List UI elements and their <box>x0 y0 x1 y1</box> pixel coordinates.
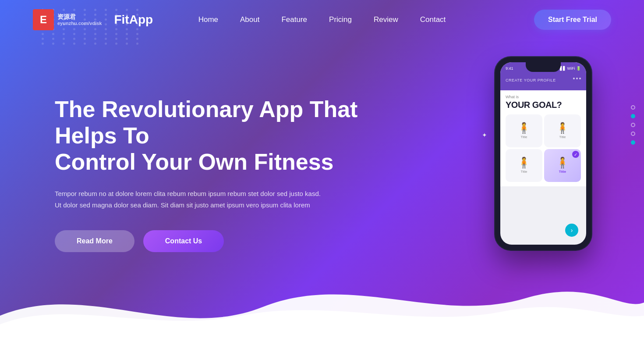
hero-description: Tempor rebum no at dolore lorem clita re… <box>55 188 326 210</box>
goal-check-icon: ✓ <box>572 151 579 158</box>
dot-pattern-dot <box>115 43 117 45</box>
dot-pattern-dot <box>105 43 107 45</box>
hero-buttons: Read More Contact Us <box>55 230 361 252</box>
deco-dot-5 <box>631 140 635 145</box>
dot-pattern-dot <box>84 43 86 45</box>
dot-3 <box>579 78 581 79</box>
header: E 资源君 eyunzhu.com/vdisk FitApp Home Abou… <box>0 0 644 39</box>
nav-pricing[interactable]: Pricing <box>329 15 352 24</box>
goal-label-3: Title <box>521 170 527 174</box>
goal-card-2[interactable]: 🧍 Title <box>544 114 581 147</box>
goal-grid: 🧍 Title 🧍 Title 🧍 Title <box>506 114 581 182</box>
goal-figure-1: 🧍 <box>517 123 531 133</box>
logo-chinese: 资源君 <box>57 14 102 20</box>
dot-pattern-dot <box>94 43 96 45</box>
wave-container <box>0 254 644 342</box>
app-name: FitApp <box>114 13 153 27</box>
goal-figure-2: 🧍 <box>556 123 569 133</box>
goal-label-1: Title <box>521 135 527 139</box>
phone-notch <box>526 62 561 72</box>
nav-feature[interactable]: Feature <box>281 15 307 24</box>
goal-card-3[interactable]: 🧍 Title <box>506 149 542 182</box>
phone-outer: 9:41 ▋▋ WiFi 🔋 CREATE YOUR PROFILE <box>495 57 591 250</box>
goal-card-4[interactable]: ✓ 🧍 Title <box>544 149 581 182</box>
logo-text: 资源君 eyunzhu.com/vdisk <box>57 14 102 25</box>
hero-content: The Revolutionary App That Helps To Cont… <box>55 96 361 252</box>
dot-pattern-dot <box>126 43 128 45</box>
goal-figure-3: 🧍 <box>517 157 531 168</box>
dot-pattern-dot <box>63 43 65 45</box>
nav-about[interactable]: About <box>240 15 259 24</box>
phone-screen: 9:41 ▋▋ WiFi 🔋 CREATE YOUR PROFILE <box>500 62 586 245</box>
read-more-button[interactable]: Read More <box>55 230 134 252</box>
phone-time: 9:41 <box>506 66 513 71</box>
deco-dot-1 <box>631 105 635 110</box>
phone-what-is: What is <box>506 95 581 99</box>
goal-card-1[interactable]: 🧍 Title <box>506 114 542 147</box>
dot-pattern-dot <box>42 43 44 45</box>
deco-dot-4 <box>631 132 635 136</box>
goal-label-4: Title <box>559 170 566 174</box>
nav-contact[interactable]: Contact <box>420 15 446 24</box>
logo-badge-icon: E <box>33 9 54 30</box>
nav-home[interactable]: Home <box>198 15 218 24</box>
goal-figure-4: 🧍 <box>556 157 569 168</box>
deco-dots-right <box>631 105 635 145</box>
phone-header-title: CREATE YOUR PROFILE <box>506 78 556 82</box>
phone-mockup: 9:41 ▋▋ WiFi 🔋 CREATE YOUR PROFILE <box>495 57 591 250</box>
hero-title: The Revolutionary App That Helps To Cont… <box>55 96 361 175</box>
dot-pattern-dot <box>73 43 75 45</box>
phone-header-dots <box>573 78 581 79</box>
dot-pattern-dot <box>52 43 54 45</box>
page-wrapper: // Will be rendered via JS below E 资源君 e… <box>0 0 644 342</box>
logo-area: E 资源君 eyunzhu.com/vdisk FitApp <box>33 9 153 30</box>
deco-dot-3 <box>631 123 635 127</box>
deco-star: ✦ <box>482 132 487 139</box>
deco-dot-2 <box>631 114 635 118</box>
goal-label-2: Title <box>559 135 566 139</box>
contact-us-button[interactable]: Contact Us <box>143 230 224 252</box>
dot-2 <box>576 78 578 79</box>
dot-pattern-dot <box>136 43 138 45</box>
phone-next-button[interactable]: › <box>565 224 578 237</box>
logo-url: eyunzhu.com/vdisk <box>57 21 102 26</box>
phone-app-header: CREATE YOUR PROFILE <box>500 75 586 90</box>
dot-1 <box>573 78 575 79</box>
nav-review[interactable]: Review <box>374 15 398 24</box>
phone-content: What is YOUR GOAL? 🧍 Title 🧍 Title <box>500 90 586 186</box>
start-free-trial-button[interactable]: Start Free Trial <box>534 10 611 30</box>
phone-your-goal: YOUR GOAL? <box>506 100 581 110</box>
main-nav: Home About Feature Pricing Review Contac… <box>198 15 446 24</box>
phone-status-icons: ▋▋ WiFi 🔋 <box>560 66 581 71</box>
